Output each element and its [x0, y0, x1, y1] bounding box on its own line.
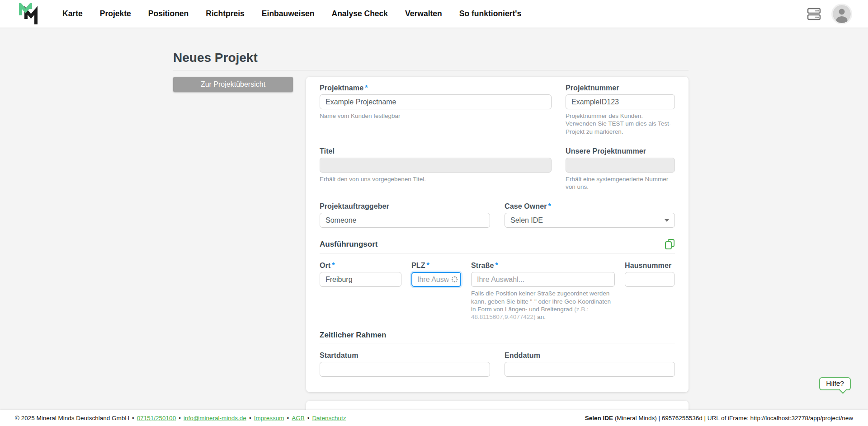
footer-link-email[interactable]: info@mineral-minds.de: [184, 415, 246, 421]
field-ort: Ort*: [320, 262, 401, 321]
field-projektauftraggeber: Projektauftraggeber: [320, 202, 490, 228]
section-title-zeitlicher-rahmen: Zeitlicher Rahmen: [320, 331, 386, 340]
required-asterisk: *: [332, 262, 335, 269]
footer-link-agb[interactable]: AGB: [292, 415, 305, 421]
bullet-separator: •: [249, 415, 251, 421]
strasse-helper-suffix: an.: [535, 314, 546, 320]
footer-user-name: Selen IDE: [585, 415, 613, 421]
case-owner-selected-value: Selen IDE: [510, 216, 543, 225]
case-owner-label-text: Case Owner: [505, 202, 547, 210]
main-nav: Karte Projekte Positionen Richtpreis Ein…: [62, 9, 521, 19]
copy-icon[interactable]: [665, 239, 675, 250]
ort-label: Ort*: [320, 262, 401, 270]
nav-item-so-funktionierts[interactable]: So funktioniert's: [459, 9, 521, 19]
required-asterisk: *: [427, 262, 429, 269]
title-divider: [173, 70, 689, 70]
unsere-projektnummer-label: Unsere Projektnummer: [566, 147, 675, 155]
footer-link-phone[interactable]: 07151/250100: [137, 415, 176, 421]
bullet-separator: •: [132, 415, 134, 421]
navbar-right: [807, 5, 851, 23]
enddatum-label: Enddatum: [505, 351, 675, 360]
field-enddatum: Enddatum: [505, 351, 675, 377]
bullet-separator: •: [307, 415, 310, 421]
projektname-label-text: Projektname: [320, 84, 363, 92]
field-projektnummer: Projektnummer Projektnummer des Kunden. …: [566, 84, 675, 136]
bullet-separator: •: [179, 415, 181, 421]
section-divider: [320, 253, 675, 253]
server-icon[interactable]: [807, 8, 821, 20]
case-owner-select[interactable]: Selen IDE: [505, 213, 675, 228]
required-asterisk: *: [365, 84, 368, 92]
copyright-text: © 2025 Mineral Minds Deutschland GmbH: [15, 415, 129, 421]
nav-item-analyse-check[interactable]: Analyse Check: [332, 9, 388, 19]
projektauftraggeber-input[interactable]: [320, 213, 490, 228]
footer-link-impressum[interactable]: Impressum: [254, 415, 284, 421]
nav-item-verwalten[interactable]: Verwalten: [405, 9, 442, 19]
unsere-projektnummer-input: [566, 158, 675, 173]
project-overview-button[interactable]: Zur Projektübersicht: [173, 77, 293, 92]
projektname-label: Projektname*: [320, 84, 552, 92]
nav-item-karte[interactable]: Karte: [62, 9, 83, 19]
new-project-form-card: Projektname* Name vom Kunden festlegbar …: [306, 77, 689, 392]
projektnummer-helper: Projektnummer des Kunden. Verwenden Sie …: [566, 112, 675, 136]
enddatum-input[interactable]: [505, 362, 675, 377]
strasse-helper: Falls die Position keiner Straße zugeord…: [471, 290, 615, 321]
plz-label: PLZ*: [411, 262, 461, 270]
section-title-ausfuehrungsort: Ausführungsort: [320, 240, 377, 249]
required-asterisk: *: [495, 262, 498, 269]
chevron-down-icon: [665, 219, 669, 222]
strasse-label: Straße*: [471, 262, 615, 270]
startdatum-input[interactable]: [320, 362, 490, 377]
field-projektname: Projektname* Name vom Kunden festlegbar: [320, 84, 552, 136]
field-unsere-projektnummer: Unsere Projektnummer Erhält eine systemg…: [566, 147, 675, 191]
hausnummer-input[interactable]: [625, 272, 675, 287]
bullet-separator: •: [287, 415, 289, 421]
strasse-label-text: Straße: [471, 262, 494, 269]
ort-input[interactable]: [320, 272, 401, 287]
person-icon: [833, 5, 851, 23]
ort-label-text: Ort: [320, 262, 330, 269]
field-titel: Titel Erhält den von uns vorgegebenen Ti…: [320, 147, 552, 191]
field-plz: PLZ*: [411, 262, 461, 321]
strasse-helper-main: Falls die Position keiner Straße zugeord…: [471, 290, 611, 313]
nav-item-einbauweisen[interactable]: Einbauweisen: [262, 9, 315, 19]
titel-input: [320, 158, 552, 173]
plz-label-text: PLZ: [411, 262, 425, 269]
footer-session-info: (Mineral Minds) | 69576255536d | URL of …: [613, 415, 853, 421]
nav-item-richtpreis[interactable]: Richtpreis: [206, 9, 245, 19]
required-asterisk: *: [548, 202, 551, 210]
top-navbar: Karte Projekte Positionen Richtpreis Ein…: [0, 0, 868, 28]
logo-m-icon: [18, 3, 39, 25]
projektname-helper: Name vom Kunden festlegbar: [320, 112, 552, 120]
footer-left: © 2025 Mineral Minds Deutschland GmbH•07…: [15, 415, 346, 421]
hausnummer-label: Hausnummer: [625, 262, 675, 270]
user-avatar[interactable]: [833, 5, 851, 23]
titel-helper: Erhält den von uns vorgegebenen Titel.: [320, 175, 552, 183]
footer-link-datenschutz[interactable]: Datenschutz: [312, 415, 346, 421]
footer-right: Selen IDE (Mineral Minds) | 69576255536d…: [585, 415, 853, 421]
nav-item-positionen[interactable]: Positionen: [148, 9, 189, 19]
footer: © 2025 Mineral Minds Deutschland GmbH•07…: [0, 410, 868, 426]
section-divider: [320, 343, 675, 343]
unsere-projektnummer-helper: Erhält eine systemgenerierte Nummer von …: [566, 175, 675, 191]
strasse-input[interactable]: [471, 272, 615, 287]
mineral-minds-logo[interactable]: [18, 3, 40, 25]
startdatum-label: Startdatum: [320, 351, 490, 360]
help-button[interactable]: Hilfe?: [819, 377, 851, 390]
projektname-input[interactable]: [320, 94, 552, 109]
page-title: Neues Projekt: [173, 51, 258, 65]
field-case-owner: Case Owner* Selen IDE: [505, 202, 675, 228]
projektnummer-label: Projektnummer: [566, 84, 675, 92]
titel-label: Titel: [320, 147, 552, 155]
field-startdatum: Startdatum: [320, 351, 490, 377]
projektauftraggeber-label: Projektauftraggeber: [320, 202, 490, 211]
field-hausnummer: Hausnummer: [625, 262, 675, 321]
projektnummer-input[interactable]: [566, 94, 675, 109]
nav-item-projekte[interactable]: Projekte: [100, 9, 131, 19]
field-strasse: Straße* Falls die Position keiner Straße…: [471, 262, 615, 321]
case-owner-label: Case Owner*: [505, 202, 675, 211]
